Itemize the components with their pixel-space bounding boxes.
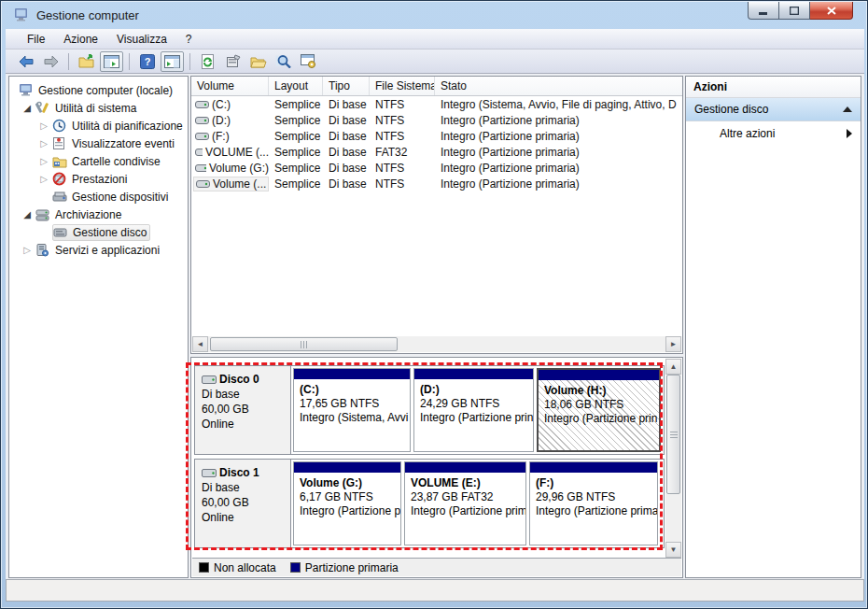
task-scheduler-icon [52,119,69,133]
disk1-label[interactable]: Disco 1 Di base 60,00 GB Online [194,459,291,548]
system-tools-icon [35,101,52,115]
scroll-up-button[interactable]: ▲ [665,359,681,375]
menu-help[interactable]: ? [176,30,202,49]
expander-collapsed-icon[interactable]: ▷ [35,138,52,149]
actions-item-altre-azioni[interactable]: Altre azioni [686,121,861,146]
volume-icon [195,132,209,141]
partition-g[interactable]: Volume (G:) 6,17 GB NTFS Integro (Partiz… [293,461,401,545]
tree-item-utilita-di-sistema[interactable]: ◢ Utilità di sistema [9,99,188,117]
horizontal-scroll-thumb[interactable] [210,337,398,351]
unallocated-swatch [199,562,209,573]
vertical-scroll-thumb[interactable] [666,375,680,494]
column-header-file-sistema[interactable]: File Sistema [370,77,435,95]
selected-tree-item: Gestione disco [52,224,150,241]
vertical-scrollbar[interactable]: ▲ ▼ [665,359,681,558]
expander-collapsed-icon[interactable]: ▷ [35,120,52,131]
horizontal-scrollbar[interactable]: ◄ ► [192,336,681,352]
show-console-tree-button[interactable] [100,51,123,72]
disk0-label[interactable]: Disco 0 Di base 60,00 GB Online [194,365,291,455]
collapse-icon[interactable] [843,106,852,112]
partition-e[interactable]: VOLUME (E:) 23,87 GB FAT32 Integro (Part… [404,461,526,545]
disk-graphical-panel: Disco 0 Di base 60,00 GB Online (C:) 17,… [190,357,683,578]
expander-expanded-icon[interactable]: ◢ [19,209,35,220]
tree-item-gestione-dispositivi[interactable]: ▷ Gestione dispositivi [9,188,188,205]
open-folder-button[interactable] [246,51,270,72]
shared-folders-icon [52,155,69,168]
volume-stato: Integro (Sistema, Avvio, File di paging,… [435,98,682,111]
volume-stato: Integro (Partizione primaria) [435,146,682,159]
forward-button[interactable] [39,51,63,72]
actions-group-gestione-disco[interactable]: Gestione disco [686,98,861,121]
tree-item-label: Servizi e applicazioni [52,243,162,258]
volume-row[interactable]: Volume (G:) Semplice Di base NTFS Integr… [191,160,682,176]
partition-f[interactable]: (F:) 29,96 GB NTFS Integro (Partizione p… [529,461,658,545]
expander-expanded-icon[interactable]: ◢ [19,103,35,113]
manage-button[interactable] [297,51,320,72]
menu-azione[interactable]: Azione [54,30,107,49]
volume-row[interactable]: (D:) Semplice Di base NTFS Integro (Part… [191,112,682,128]
column-header-stato[interactable]: Stato [435,77,682,95]
partition-size: 23,87 GB FAT32 [411,490,524,504]
properties-button[interactable] [221,51,245,72]
close-button[interactable] [810,2,853,20]
tree-item-label: Gestione disco [70,225,149,240]
expander-collapsed-icon[interactable]: ▷ [35,156,52,166]
volume-layout: Semplice [269,146,323,159]
tree-item-cartelle-condivise[interactable]: ▷ Cartelle condivise [9,152,188,170]
volume-filesystem: NTFS [370,130,435,143]
partition-size: 6,17 GB NTFS [300,490,399,504]
legend-primary-partition-label: Partizione primaria [305,561,399,574]
volume-row[interactable]: VOLUME (... Semplice Di base FAT32 Integ… [191,144,682,160]
tree-item-label: Prestazioni [69,172,130,187]
volume-filesystem: NTFS [370,98,435,111]
scroll-left-button[interactable]: ◄ [192,336,208,352]
partition-h-selected[interactable]: Volume (H:) 18,06 GB NTFS Integro (Parti… [537,368,661,452]
column-header-volume[interactable]: Volume [191,77,269,95]
column-header-tipo[interactable]: Tipo [323,77,370,95]
maximize-button[interactable] [779,2,810,20]
volume-list-header: Volume Layout Tipo File Sistema Stato [191,77,682,96]
tree-item-label: Utilità di sistema [52,101,139,116]
tree-item-utilita-di-pianificazione[interactable]: ▷ Utilità di pianificazione [9,117,188,135]
volume-row[interactable]: Volume (... Semplice Di base NTFS Integr… [191,176,682,191]
tree-item-archiviazione[interactable]: ◢ Archiviazione [9,205,188,223]
disk-type: Di base [202,480,290,495]
actions-panel-title: Azioni [686,77,861,98]
tree-item-gestione-computer[interactable]: Gestione computer (locale) [9,81,188,99]
partition-name: VOLUME (E:) [411,476,524,490]
partition-primary-bar [294,369,410,379]
partition-d[interactable]: (D:) 24,29 GB NTFS Integro (Partizione p… [413,368,534,452]
refresh-button[interactable] [196,51,219,72]
tree-item-visualizzatore-eventi[interactable]: ▷ Visualizzatore eventi [9,135,188,152]
services-icon [35,243,52,257]
back-button[interactable] [14,51,37,72]
folder-up-button[interactable] [75,51,98,72]
legend-unallocated-label: Non allocata [214,561,276,574]
volume-tipo: Di base [323,146,370,159]
partition-primary-bar [405,462,525,473]
tree-item-servizi-e-applicazioni[interactable]: ▷ Servizi e applicazioni [9,241,188,259]
disk-name: Disco 0 [219,372,259,387]
expander-collapsed-icon[interactable]: ▷ [35,174,52,184]
partition-c[interactable]: (C:) 17,65 GB NTFS Integro (Sistema, Avv… [293,368,411,452]
partition-status: Integro (Partizione prima [536,504,655,518]
menu-file[interactable]: File [18,30,54,49]
find-button[interactable] [272,51,295,72]
help-button[interactable]: ? [135,51,159,72]
minimize-button[interactable] [748,2,779,20]
folder-up-icon [78,54,95,68]
menu-visualizza[interactable]: Visualizza [107,30,176,49]
volume-row[interactable]: (C:) Semplice Di base NTFS Integro (Sist… [191,96,682,112]
scroll-down-button[interactable]: ▼ [665,542,681,558]
show-action-pane-button[interactable] [161,51,184,72]
disk-type: Di base [202,387,290,402]
performance-icon [52,172,69,186]
partition-size: 17,65 GB NTFS [300,397,408,411]
column-header-layout[interactable]: Layout [269,77,323,95]
title-bar[interactable]: Gestione computer [1,1,867,29]
tree-item-prestazioni[interactable]: ▷ Prestazioni [9,170,188,188]
expander-collapsed-icon[interactable]: ▷ [19,245,35,255]
scroll-right-button[interactable]: ► [665,336,681,352]
tree-item-gestione-disco[interactable]: ▷ Gestione disco [9,223,188,241]
volume-row[interactable]: (F:) Semplice Di base NTFS Integro (Part… [191,128,682,144]
